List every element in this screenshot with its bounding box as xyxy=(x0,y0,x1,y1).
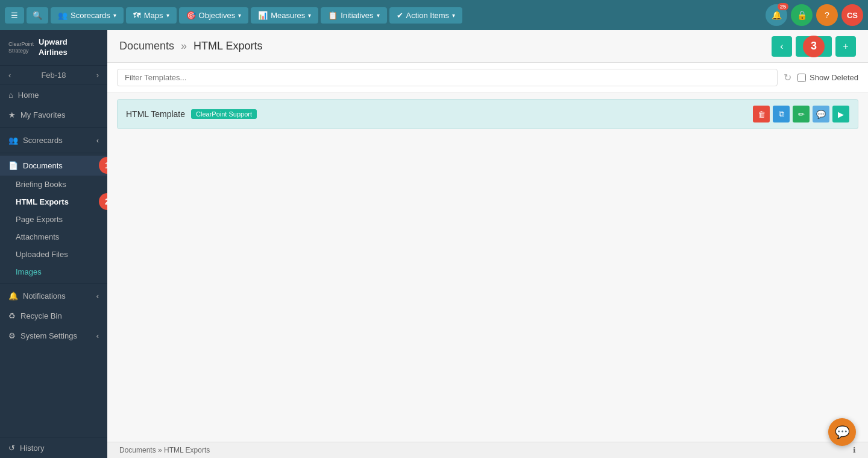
sidebar-item-scorecards[interactable]: 👥 Scorecards ‹ xyxy=(0,130,107,150)
play-icon: ▶ xyxy=(838,110,844,119)
menu-button[interactable]: ☰ xyxy=(5,7,24,24)
chevron-icon: ‹ xyxy=(96,136,99,145)
nav-measures-button[interactable]: 📊 Measures ▾ xyxy=(251,7,318,24)
notification-count-badge: 25 xyxy=(778,3,788,10)
sidebar-subitem-briefing-books[interactable]: Briefing Books xyxy=(0,176,107,193)
nav-action-items-button[interactable]: ✔ Action Items ▾ xyxy=(389,7,463,24)
scorecards-nav-icon: 👥 xyxy=(58,11,68,20)
search-button[interactable]: 🔍 xyxy=(27,7,48,24)
refresh-icon[interactable]: ↻ xyxy=(784,72,791,83)
action-items-nav-icon: ✔ xyxy=(397,11,403,20)
filter-bar: ↻ Show Deleted xyxy=(107,63,868,93)
caret-icon: ▾ xyxy=(238,12,241,19)
template-support-badge: ClearPoint Support xyxy=(191,109,257,119)
maps-nav-icon: 🗺 xyxy=(133,11,141,20)
help-button[interactable]: ? xyxy=(816,4,838,26)
template-actions: 🗑 ⧉ ✏ 💬 ▶ xyxy=(753,106,849,122)
sidebar-subitem-page-exports[interactable]: Page Exports xyxy=(0,211,107,228)
history-icon: ↺ xyxy=(8,444,15,453)
nav-scorecards-button[interactable]: 👥 Scorecards ▾ xyxy=(51,7,124,24)
template-play-button[interactable]: ▶ xyxy=(832,106,849,122)
template-edit-button[interactable]: ✏ xyxy=(793,106,810,122)
chat-float-button[interactable]: 💬 xyxy=(828,418,856,446)
nav-objectives-button[interactable]: 🎯 Objectives ▾ xyxy=(179,7,249,24)
sidebar-item-notifications[interactable]: 🔔 Notifications ‹ xyxy=(0,286,107,306)
header-back-button[interactable]: ‹ xyxy=(772,36,792,57)
sidebar-subitem-html-exports[interactable]: HTML Exports 2 xyxy=(0,193,107,211)
content-area: Documents » HTML Exports ‹ 3 + xyxy=(107,30,868,458)
trash-icon: 🗑 xyxy=(758,110,766,119)
caret-icon: ▾ xyxy=(308,12,311,19)
help-icon: ? xyxy=(825,10,829,20)
show-deleted-checkbox[interactable] xyxy=(797,74,806,82)
template-row: HTML Template ClearPoint Support 🗑 ⧉ ✏ 💬 xyxy=(117,99,858,129)
status-info-icon: ℹ xyxy=(853,446,856,454)
edit-icon: ✏ xyxy=(798,110,805,119)
search-icon: 🔍 xyxy=(33,11,42,20)
settings-icon: ⚙ xyxy=(8,331,16,340)
nav-initiatives-button[interactable]: 📋 Initiatives ▾ xyxy=(321,7,386,24)
logo-company: Upward Airlines xyxy=(39,37,68,58)
sidebar-subitem-images[interactable]: Images xyxy=(0,263,107,281)
sidebar-item-documents[interactable]: 📄 Documents 1 xyxy=(0,156,107,176)
prev-period-icon[interactable]: ‹ xyxy=(8,71,11,80)
sidebar-item-system-settings[interactable]: ⚙ System Settings ‹ xyxy=(0,326,107,346)
template-row-left: HTML Template ClearPoint Support xyxy=(126,109,257,119)
caret-icon: ▾ xyxy=(113,12,116,19)
documents-icon: 📄 xyxy=(8,161,18,170)
bell-icon: 🔔 xyxy=(772,10,782,20)
divider-1 xyxy=(0,127,107,128)
template-list: HTML Template ClearPoint Support 🗑 ⧉ ✏ 💬 xyxy=(107,93,868,442)
logo-strategy: Strategy xyxy=(8,48,34,54)
status-breadcrumb: Documents » HTML Exports xyxy=(119,446,210,454)
annotation-badge-1: 1 xyxy=(99,157,107,174)
sidebar-logo: ClearPoint Strategy Upward Airlines xyxy=(0,30,107,66)
filter-input[interactable] xyxy=(117,69,778,86)
next-period-icon[interactable]: › xyxy=(96,71,99,80)
sidebar-subitem-uploaded-files[interactable]: Uploaded Files xyxy=(0,246,107,263)
user-avatar-button[interactable]: CS xyxy=(841,4,863,26)
sidebar-item-my-favorites[interactable]: ★ My Favorites xyxy=(0,105,107,125)
caret-icon: ▾ xyxy=(377,12,380,19)
copy-icon: ⧉ xyxy=(779,109,784,119)
objectives-nav-icon: 🎯 xyxy=(186,11,196,20)
notifications-button[interactable]: 🔔 25 xyxy=(766,4,787,26)
recycle-icon: ♻ xyxy=(8,311,16,320)
lock-icon: 🔒 xyxy=(797,10,807,20)
sidebar-period[interactable]: ‹ Feb-18 › xyxy=(0,66,107,85)
show-deleted-label[interactable]: Show Deleted xyxy=(810,73,858,82)
scorecards-icon: 👥 xyxy=(8,136,18,145)
top-navigation: ☰ 🔍 👥 Scorecards ▾ 🗺 Maps ▾ 🎯 Objectives… xyxy=(0,0,868,30)
status-bar: Documents » HTML Exports ℹ xyxy=(107,442,868,458)
measures-nav-icon: 📊 xyxy=(258,11,268,20)
caret-icon: ▾ xyxy=(452,12,455,19)
header-add-button[interactable]: + xyxy=(835,36,856,57)
back-icon: ‹ xyxy=(780,41,783,52)
nav-maps-button[interactable]: 🗺 Maps ▾ xyxy=(126,7,177,24)
period-label: Feb-18 xyxy=(41,71,66,80)
template-comment-button[interactable]: 💬 xyxy=(813,106,829,122)
sidebar-subitem-attachments[interactable]: Attachments xyxy=(0,228,107,246)
annotation-badge-2: 2 xyxy=(99,193,107,210)
sidebar-item-recycle-bin[interactable]: ♻ Recycle Bin xyxy=(0,306,107,326)
sidebar-item-home[interactable]: ⌂ Home xyxy=(0,85,107,105)
main-layout: ClearPoint Strategy Upward Airlines ‹ Fe… xyxy=(0,30,868,458)
chevron-settings-icon: ‹ xyxy=(96,331,99,340)
header-actions: ‹ 3 + xyxy=(772,36,856,57)
favorites-icon: ★ xyxy=(8,110,16,119)
divider-3 xyxy=(0,283,107,284)
template-name: HTML Template xyxy=(126,109,185,119)
notifications-icon: 🔔 xyxy=(8,291,18,301)
logo-clearpoint: ClearPoint xyxy=(8,41,34,48)
show-deleted-toggle[interactable]: Show Deleted xyxy=(797,73,858,82)
sidebar: ClearPoint Strategy Upward Airlines ‹ Fe… xyxy=(0,30,107,458)
header-action-button[interactable] xyxy=(796,36,832,57)
comment-icon: 💬 xyxy=(816,110,826,119)
template-copy-button[interactable]: ⧉ xyxy=(773,106,790,122)
sidebar-bottom: ↺ History xyxy=(0,437,107,458)
sidebar-item-history[interactable]: ↺ History xyxy=(0,438,107,458)
template-delete-button[interactable]: 🗑 xyxy=(753,106,770,122)
lock-button[interactable]: 🔒 xyxy=(791,4,813,26)
chevron-notifications-icon: ‹ xyxy=(96,291,99,301)
caret-icon: ▾ xyxy=(166,12,169,19)
